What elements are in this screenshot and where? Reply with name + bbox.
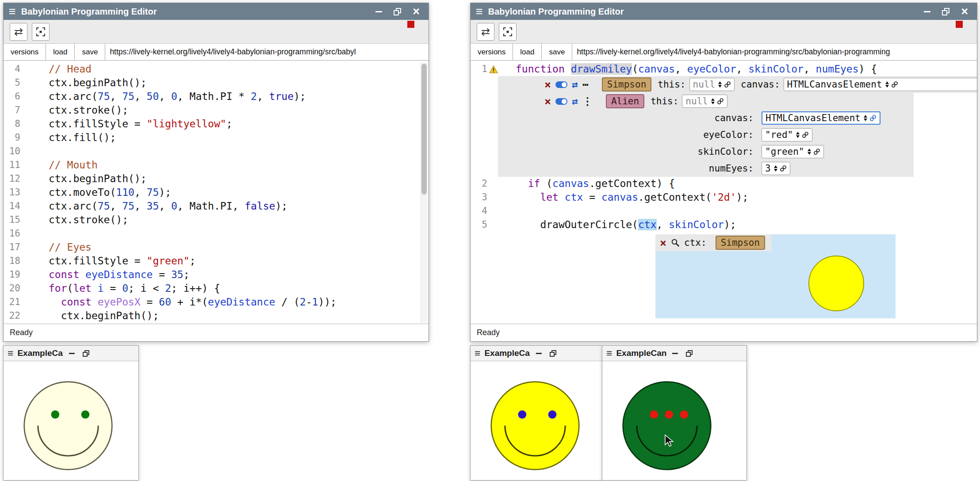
titlebar[interactable]: ≡ ExampleCanvas: [602, 346, 746, 361]
probe-menu-icon[interactable]: ⋯: [582, 80, 589, 90]
code-text[interactable]: ctx.arc(75, 75, 35, 0, Math.PI, false);: [31, 199, 287, 213]
maximize-icon[interactable]: [83, 350, 89, 357]
save-button[interactable]: save: [75, 44, 105, 60]
versions-tab[interactable]: versions: [4, 44, 46, 60]
code-line[interactable]: 22 ctx.beginPath();: [4, 309, 429, 323]
close-icon[interactable]: ×: [413, 6, 420, 18]
code-text[interactable]: const eyeDistance = 35;: [31, 268, 190, 282]
probe-value-box[interactable]: "green": [762, 145, 824, 158]
close-icon[interactable]: ×: [961, 6, 968, 18]
probe-example-badge[interactable]: Alien: [606, 94, 644, 108]
probe-link-icon[interactable]: [891, 81, 898, 88]
code-line[interactable]: 16: [4, 227, 429, 240]
probe-link-icon[interactable]: [869, 115, 877, 122]
example-canvas[interactable]: [4, 361, 138, 480]
code-text[interactable]: // Mouth: [31, 158, 98, 172]
code-line[interactable]: 5 drawOuterCircle(ctx, skinColor);: [471, 218, 977, 232]
code-line[interactable]: 20for(let i = 0; i < 2; i++) {: [4, 282, 429, 295]
code-text[interactable]: ctx.fillStyle = "lightyellow";: [31, 117, 232, 131]
value-stepper-icon[interactable]: [796, 132, 800, 138]
code-editor[interactable]: 1function drawSmiley(canvas, eyeColor, s…: [471, 61, 977, 324]
probe-value-box[interactable]: null: [689, 78, 735, 91]
url-field[interactable]: https://lively-kernel.org/lively4/lively…: [572, 44, 977, 60]
probe-link-icon[interactable]: [813, 148, 820, 155]
save-button[interactable]: save: [542, 44, 572, 60]
code-text[interactable]: let ctx = canvas.getContext('2d');: [498, 191, 748, 204]
probe-value-box[interactable]: null: [682, 95, 727, 108]
code-line[interactable]: 13ctx.moveTo(110, 75);: [4, 186, 429, 199]
maximize-icon[interactable]: [550, 350, 556, 357]
titlebar[interactable]: ≡ Babylonian Programming Editor ×: [4, 3, 429, 20]
code-line[interactable]: 15ctx.stroke();: [4, 213, 429, 227]
code-line[interactable]: 2 if (canvas.getContext) {: [471, 177, 977, 191]
titlebar[interactable]: ≡ ExampleCanvas: [4, 346, 138, 361]
probe-value-box[interactable]: HTMLCanvasElement: [784, 78, 977, 91]
code-line[interactable]: 14ctx.arc(75, 75, 35, 0, Math.PI, false)…: [4, 199, 429, 213]
code-text[interactable]: ctx.stroke();: [31, 103, 128, 117]
code-line[interactable]: 19const eyeDistance = 35;: [4, 268, 429, 282]
probe-value-box[interactable]: HTMLCanvasElement: [762, 111, 880, 125]
code-line[interactable]: 5ctx.beginPath();: [4, 76, 429, 90]
code-line[interactable]: 1function drawSmiley(canvas, eyeColor, s…: [471, 62, 977, 76]
probe-link-icon[interactable]: [717, 98, 724, 105]
code-line[interactable]: 4// Head: [4, 62, 429, 76]
probe-close-icon[interactable]: ×: [544, 79, 551, 90]
warning-icon[interactable]: [489, 65, 498, 73]
code-text[interactable]: // Head: [31, 62, 92, 76]
window-menu-icon[interactable]: ≡: [9, 6, 16, 18]
code-editor[interactable]: 4// Head5ctx.beginPath();6ctx.arc(75, 75…: [4, 61, 429, 324]
code-text[interactable]: ctx.beginPath();: [31, 309, 159, 323]
swap-arrows-icon[interactable]: ⇄: [572, 80, 578, 90]
probe-example-badge[interactable]: Simpson: [716, 236, 766, 250]
probe-toggle[interactable]: [555, 81, 567, 88]
load-button[interactable]: load: [513, 44, 542, 60]
code-text[interactable]: ctx.stroke();: [31, 213, 128, 227]
swap-tool-button[interactable]: ⇄: [477, 23, 494, 41]
minimize-icon[interactable]: [924, 11, 930, 12]
vertical-scrollbar[interactable]: [421, 62, 428, 323]
swap-tool-button[interactable]: ⇄: [10, 23, 27, 41]
frame-tool-button[interactable]: [499, 23, 517, 41]
value-stepper-icon[interactable]: [774, 165, 777, 172]
probe-toggle[interactable]: [555, 98, 567, 105]
load-button[interactable]: load: [46, 44, 75, 60]
value-stepper-icon[interactable]: [864, 115, 867, 121]
probe-link-icon[interactable]: [802, 131, 809, 138]
probe-link-icon[interactable]: [724, 81, 731, 88]
code-text[interactable]: const eyePosX = 60 + i*(eyeDistance / (2…: [31, 295, 337, 309]
code-text[interactable]: drawOuterCircle(ctx, skinColor);: [498, 218, 736, 232]
minimize-icon[interactable]: [375, 11, 382, 12]
code-line[interactable]: 8ctx.fillStyle = "lightyellow";: [4, 117, 429, 131]
code-text[interactable]: ctx.beginPath();: [31, 76, 147, 90]
code-text[interactable]: ctx.fillStyle = "green";: [31, 254, 195, 268]
versions-tab[interactable]: versions: [471, 44, 513, 60]
code-text[interactable]: // Eyes: [31, 240, 92, 254]
probe-example-badge[interactable]: Simpson: [602, 77, 652, 92]
code-line[interactable]: 17// Eyes: [4, 240, 429, 254]
code-text[interactable]: ctx.beginPath();: [31, 172, 147, 186]
probe-menu-icon[interactable]: ⋮: [582, 96, 593, 107]
value-stepper-icon[interactable]: [711, 98, 715, 104]
example-canvas[interactable]: [602, 361, 746, 480]
code-line[interactable]: 18ctx.fillStyle = "green";: [4, 254, 429, 268]
probe-close-icon[interactable]: ×: [544, 96, 551, 107]
titlebar[interactable]: ≡ Babylonian Programming Editor ×: [471, 3, 977, 20]
code-line[interactable]: 11// Mouth: [4, 158, 429, 172]
probe-link-icon[interactable]: [780, 165, 787, 172]
code-text[interactable]: [31, 227, 49, 240]
swap-arrows-icon[interactable]: ⇄: [572, 96, 578, 107]
value-stepper-icon[interactable]: [885, 81, 889, 88]
example-canvas[interactable]: [471, 361, 602, 480]
minimize-icon[interactable]: [672, 353, 678, 354]
code-text[interactable]: ctx.arc(75, 75, 50, 0, Math.PI * 2, true…: [31, 90, 306, 103]
frame-tool-button[interactable]: [32, 23, 50, 41]
probe-value-box[interactable]: 3: [762, 162, 790, 175]
code-text[interactable]: [31, 145, 49, 158]
probe-close-icon[interactable]: ×: [660, 237, 666, 248]
scrollbar-thumb[interactable]: [421, 64, 427, 195]
probe-value-box[interactable]: "red": [762, 128, 812, 141]
code-line[interactable]: 12ctx.beginPath();: [4, 172, 429, 186]
window-menu-icon[interactable]: ≡: [476, 6, 483, 18]
code-line[interactable]: 4: [471, 204, 977, 218]
code-text[interactable]: ctx.fill();: [31, 131, 116, 145]
